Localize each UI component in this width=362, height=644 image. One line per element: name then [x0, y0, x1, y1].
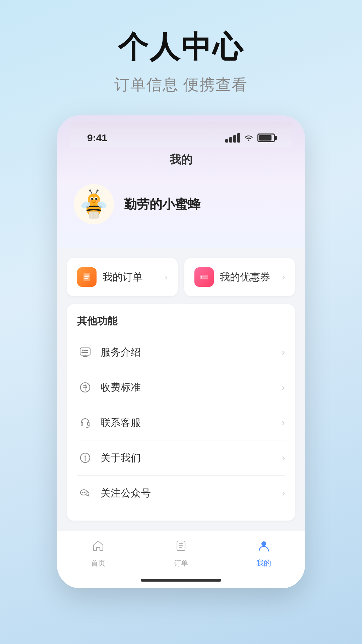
- my-coupon-card[interactable]: 我的优惠券 ›: [184, 258, 295, 296]
- svg-point-39: [80, 490, 87, 495]
- svg-point-4: [91, 198, 93, 200]
- menu-item-service-intro[interactable]: 服务介绍 ›: [77, 335, 285, 370]
- status-time: 9:41: [87, 132, 107, 144]
- svg-point-37: [84, 455, 86, 457]
- menu-item-about-us[interactable]: 关于我们 ›: [77, 440, 285, 476]
- nav-label-home: 首页: [91, 558, 106, 568]
- svg-rect-25: [80, 348, 90, 355]
- status-bar: 9:41: [70, 122, 292, 147]
- page-subtitle: 订单信息 便携查看: [114, 74, 248, 95]
- svg-point-5: [95, 198, 97, 200]
- svg-point-24: [201, 276, 202, 278]
- follow-wechat-icon: [77, 485, 93, 501]
- service-intro-icon: [77, 344, 93, 360]
- avatar: [74, 184, 114, 224]
- my-order-card[interactable]: 我的订单 ›: [67, 258, 178, 296]
- home-icon: [92, 539, 105, 555]
- phone-frame: 9:41: [57, 115, 305, 588]
- my-order-label: 我的订单: [103, 270, 143, 284]
- pricing-chevron-icon: ›: [282, 382, 285, 393]
- menu-item-contact-support[interactable]: 联系客服 ›: [77, 405, 285, 440]
- contact-support-icon: [77, 415, 93, 431]
- nav-label-mine: 我的: [256, 558, 271, 568]
- bottom-nav: 首页 订单 我的: [57, 531, 305, 575]
- battery-icon: [257, 133, 275, 142]
- status-icons: [225, 133, 275, 143]
- my-coupon-label: 我的优惠券: [220, 270, 270, 284]
- menu-item-pricing[interactable]: 收费标准 ›: [77, 370, 285, 405]
- nav-item-orders[interactable]: 订单: [161, 539, 201, 568]
- coupon-icon: [194, 267, 214, 287]
- username: 勤劳的小蜜蜂: [124, 196, 200, 213]
- svg-rect-34: [81, 422, 83, 425]
- pricing-label: 收费标准: [101, 381, 141, 394]
- home-bar: [141, 579, 221, 582]
- menu-item-follow-wechat[interactable]: 关注公众号 ›: [77, 476, 285, 511]
- svg-point-9: [97, 190, 99, 192]
- service-intro-chevron-icon: ›: [282, 347, 285, 358]
- screen-title: 我的: [70, 147, 292, 177]
- svg-point-7: [89, 190, 91, 192]
- svg-point-40: [82, 492, 83, 493]
- svg-point-28: [82, 350, 84, 352]
- follow-wechat-label: 关注公众号: [101, 486, 151, 500]
- page-header: 个人中心 订单信息 便携查看: [114, 27, 248, 95]
- coupon-chevron-icon: ›: [282, 272, 285, 282]
- pricing-icon: [77, 379, 93, 395]
- quick-actions: 我的订单 › 我的优惠券 ›: [67, 258, 295, 296]
- nav-label-orders: 订单: [174, 558, 188, 568]
- svg-point-41: [84, 492, 85, 493]
- orders-icon: [174, 539, 188, 555]
- about-us-label: 关于我们: [101, 451, 141, 465]
- wifi-icon: [244, 133, 253, 143]
- home-indicator: [57, 575, 305, 588]
- contact-support-label: 联系客服: [101, 416, 141, 430]
- user-profile: 勤劳的小蜜蜂: [70, 177, 292, 231]
- other-functions-section: 其他功能 服务介绍 ›: [67, 304, 295, 521]
- signal-icon: [225, 133, 240, 143]
- phone-top-bg: 9:41: [57, 115, 305, 248]
- about-us-chevron-icon: ›: [282, 452, 285, 463]
- svg-point-12: [88, 200, 92, 202]
- svg-rect-35: [87, 422, 89, 425]
- nav-item-home[interactable]: 首页: [78, 539, 118, 568]
- follow-wechat-chevron-icon: ›: [282, 488, 285, 498]
- nav-item-mine[interactable]: 我的: [244, 539, 284, 568]
- order-chevron-icon: ›: [165, 272, 168, 282]
- service-intro-label: 服务介绍: [101, 345, 141, 359]
- svg-point-13: [96, 200, 99, 202]
- order-icon: [77, 267, 97, 287]
- svg-point-46: [261, 541, 266, 546]
- phone-content: 我的订单 › 我的优惠券 ›: [57, 248, 305, 531]
- contact-support-chevron-icon: ›: [282, 417, 285, 428]
- mine-icon: [257, 539, 270, 555]
- section-title: 其他功能: [77, 314, 285, 328]
- page-title: 个人中心: [114, 27, 248, 68]
- about-us-icon: [77, 450, 93, 466]
